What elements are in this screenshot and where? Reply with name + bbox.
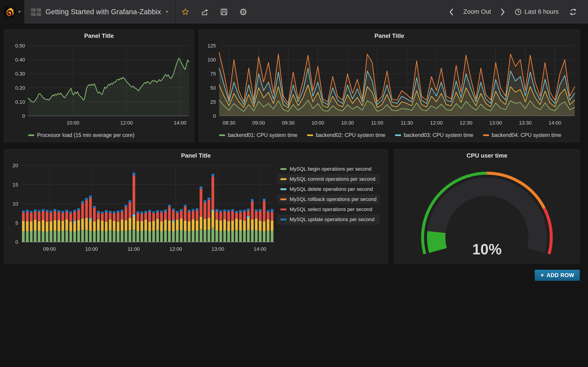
mysql-operations-chart[interactable]: 0510152009:0010:0011:0012:0013:0014:00	[4, 162, 277, 255]
legend-series-label: backend01: CPU system time	[228, 132, 297, 138]
legend-item[interactable]: backend03: CPU system time	[395, 132, 473, 138]
dashboard-settings-button[interactable]: ⚙	[233, 0, 253, 24]
dashboard-canvas: Panel Title 00.100.200.300.400.5010:0012…	[0, 24, 588, 367]
legend-item[interactable]: MySQL rollback operations per second	[277, 194, 380, 204]
logo-caret-icon	[18, 11, 21, 13]
legend-series-color	[28, 134, 34, 136]
panel-title[interactable]: Panel Title	[4, 149, 388, 162]
refresh-button[interactable]	[564, 0, 582, 24]
svg-text:13:30: 13:30	[519, 120, 531, 126]
dashboard-title: Getting Started with Grafana-Zabbix	[45, 8, 161, 16]
panel-cpu-user-time: CPU user time 10%	[394, 149, 580, 264]
dashboard-caret-icon	[166, 11, 168, 13]
share-icon	[201, 8, 208, 16]
grafana-logo	[3, 5, 16, 19]
svg-text:12:00: 12:00	[170, 246, 182, 252]
chevron-left-icon	[449, 8, 454, 16]
chart-legend: Processor load (15 min average per core)	[4, 129, 194, 141]
legend-item[interactable]: MySQL update operations per second	[277, 215, 380, 225]
dashboard-grid-icon	[31, 8, 41, 16]
legend-item[interactable]: backend01: CPU system time	[219, 132, 297, 138]
svg-text:10:00: 10:00	[85, 246, 98, 252]
svg-text:0: 0	[213, 113, 216, 119]
clock-icon	[515, 8, 522, 15]
legend-series-label: MySQL select operations per second	[290, 206, 372, 212]
cpu-system-time-chart[interactable]: 025507510012508:3009:0009:3010:0010:3011…	[199, 42, 580, 128]
svg-text:50: 50	[210, 85, 216, 91]
time-controls: Zoom Out Last 6 hours	[445, 0, 588, 24]
svg-text:10:00: 10:00	[67, 120, 79, 126]
legend-series-label: MySQL begin operations per second	[290, 166, 372, 172]
legend-series-color	[280, 209, 286, 210]
legend-series-color	[219, 134, 225, 136]
star-dashboard-button[interactable]	[176, 0, 195, 24]
svg-text:12:00: 12:00	[430, 120, 443, 126]
svg-text:13:00: 13:00	[489, 120, 502, 126]
legend-item[interactable]: MySQL delete operations per second	[277, 184, 380, 194]
svg-text:5: 5	[15, 220, 18, 226]
legend-item[interactable]: backend02: CPU system time	[307, 132, 385, 138]
zoom-out-label: Zoom Out	[463, 8, 491, 15]
svg-text:25: 25	[210, 99, 216, 105]
legend-series-label: backend02: CPU system time	[316, 132, 385, 138]
legend-item[interactable]: MySQL commit operations per second	[277, 174, 380, 184]
plus-icon: +	[540, 272, 544, 279]
save-icon	[220, 8, 228, 16]
row-collapse-handle[interactable]	[0, 151, 3, 164]
panel-cpu-system-time: Panel Title 025507510012508:3009:0009:30…	[199, 29, 580, 142]
svg-text:75: 75	[210, 71, 216, 77]
time-range-label: Last 6 hours	[524, 8, 559, 15]
dashboard-actions: ⚙	[176, 0, 253, 24]
svg-text:0: 0	[15, 239, 18, 245]
svg-text:11:00: 11:00	[371, 120, 383, 126]
legend-item[interactable]: Processor load (15 min average per core)	[28, 132, 134, 138]
legend-item[interactable]: MySQL select operations per second	[277, 204, 380, 215]
svg-text:10:30: 10:30	[341, 120, 354, 126]
svg-text:10:00: 10:00	[312, 120, 324, 126]
svg-text:20: 20	[13, 163, 18, 168]
svg-text:11:30: 11:30	[401, 120, 413, 126]
svg-text:13:00: 13:00	[212, 246, 224, 252]
panel-title[interactable]: Panel Title	[199, 30, 580, 42]
refresh-icon	[569, 8, 577, 16]
legend-series-label: MySQL commit operations per second	[290, 176, 375, 182]
svg-text:125: 125	[208, 43, 216, 49]
processor-load-chart[interactable]: 00.100.200.300.400.5010:0012:0014:00	[4, 42, 194, 128]
legend-series-color	[280, 198, 286, 200]
top-navbar: Getting Started with Grafana-Zabbix ⚙	[0, 0, 588, 24]
panel-title[interactable]: CPU user time	[394, 149, 580, 162]
share-dashboard-button[interactable]	[195, 0, 214, 24]
legend-series-color	[280, 178, 286, 180]
legend-item[interactable]: MySQL begin operations per second	[277, 164, 380, 174]
svg-text:15: 15	[13, 182, 18, 188]
time-shift-back-button[interactable]	[445, 0, 458, 24]
cpu-user-time-gauge: 10%	[394, 162, 580, 263]
panel-title[interactable]: Panel Title	[4, 30, 194, 42]
add-row-button[interactable]: + ADD ROW	[535, 270, 580, 281]
save-dashboard-button[interactable]	[214, 0, 233, 24]
svg-text:14:00: 14:00	[174, 120, 187, 126]
dashboard-picker[interactable]: Getting Started with Grafana-Zabbix	[24, 8, 175, 16]
time-range-picker[interactable]: Last 6 hours	[509, 0, 564, 24]
svg-text:0.30: 0.30	[15, 71, 25, 77]
svg-text:0: 0	[22, 113, 25, 119]
svg-text:10%: 10%	[472, 241, 502, 258]
svg-text:10: 10	[13, 201, 18, 207]
chart-legend: MySQL begin operations per secondMySQL c…	[277, 164, 380, 255]
svg-text:12:00: 12:00	[120, 120, 133, 126]
time-shift-forward-button[interactable]	[496, 0, 509, 24]
svg-text:14:00: 14:00	[254, 246, 266, 252]
gear-icon: ⚙	[239, 7, 247, 17]
row-collapse-handle[interactable]	[0, 33, 3, 46]
panel-mysql-operations: Panel Title 0510152009:0010:0011:0012:00…	[4, 149, 388, 264]
svg-text:12:30: 12:30	[460, 120, 472, 126]
legend-item[interactable]: backend04: CPU system time	[483, 132, 561, 138]
grafana-menu-button[interactable]	[0, 0, 24, 24]
star-icon	[182, 8, 189, 16]
svg-text:08:30: 08:30	[223, 120, 235, 126]
legend-series-label: MySQL rollback operations per second	[290, 196, 376, 202]
legend-series-label: backend03: CPU system time	[404, 132, 473, 138]
legend-series-color	[280, 219, 286, 220]
zoom-out-button[interactable]: Zoom Out	[458, 0, 496, 24]
svg-text:0.20: 0.20	[15, 85, 25, 91]
